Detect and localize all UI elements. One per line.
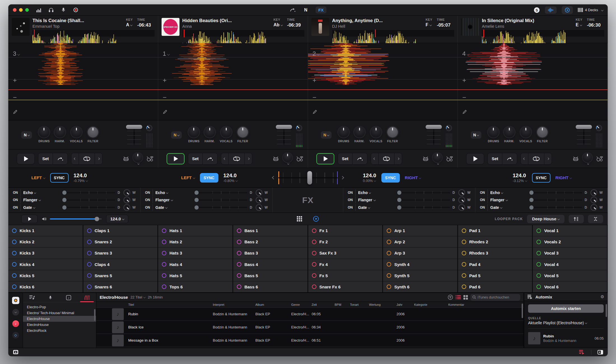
redo-icon[interactable] [290,8,296,13]
looper-cell[interactable]: Hats 3 [158,248,233,258]
looper-cell[interactable]: Bass 1 [233,225,308,236]
fx-selector[interactable]: Gate [358,205,394,210]
dry-wet-knob[interactable] [124,197,130,203]
fx-amount-slider[interactable] [529,190,582,195]
loop-button[interactable]: 4 [229,153,245,164]
neural-mix-knob-vocals[interactable]: VOCALS [70,127,83,143]
waveform-view-icon[interactable] [545,6,557,14]
looper-cell[interactable]: Sax Fx 3 [308,248,383,258]
looper-cell[interactable]: Rhodes 2 [458,236,533,247]
panel-toggle-icon[interactable] [598,350,603,354]
looper-cell[interactable]: Pad 6 [458,281,533,292]
fx-selector[interactable]: Flanger [358,198,394,202]
looper-volume-slider[interactable] [50,217,102,221]
looper-pack-selector[interactable]: Deep House [527,215,564,223]
gain-knob[interactable] [146,124,153,132]
looper-cell[interactable]: Synth 5 [383,270,458,281]
time-display[interactable]: TIME-06:39 [287,18,304,29]
looper-cell[interactable]: Bass 6 [233,281,308,292]
cue-jump-button[interactable] [353,153,367,164]
playlist-item[interactable]: ElectroRock [23,328,96,333]
sidebar-scrollbar[interactable] [94,309,95,321]
looper-cell[interactable]: Vocal 1 [533,225,608,236]
neural-mix-button[interactable]: N [471,131,481,139]
column-header[interactable]: Kommentar [448,303,521,306]
key-display[interactable]: KEYAb [274,18,283,29]
looper-cell[interactable]: Hats 2 [158,236,233,247]
fx-on-button[interactable]: ON [143,204,153,211]
crossfader[interactable] [272,171,344,185]
neural-mix-crossfade-knob[interactable] [283,153,292,164]
fx-amount-slider[interactable] [396,197,450,202]
deck-waveform[interactable]: 3 + − [8,43,158,120]
loop-button[interactable]: 4 [79,153,95,164]
deck-number[interactable]: 1 [163,50,169,57]
bpm-display[interactable]: 124.0-0.80% [223,172,238,183]
looper-levels-button[interactable] [569,215,584,223]
zoom-out-icon[interactable]: − [13,94,17,101]
key-display[interactable]: KEYE [576,18,582,29]
deck-output-selector[interactable]: LEFT [31,175,45,180]
fx-selector[interactable]: Echo [358,190,394,195]
apple-music-icon[interactable]: ♪ [12,320,19,327]
deck-waveform[interactable]: 2 + − [308,43,458,120]
deck-layout-selector[interactable]: 4 Decks [578,8,603,12]
fx-amount-slider[interactable] [396,205,450,210]
fx-on-button[interactable]: ON [346,204,356,211]
volume-fader[interactable] [275,124,293,146]
looper-cell[interactable]: Snares 5 [83,270,158,281]
minimize-button[interactable] [19,8,23,12]
looper-cell[interactable]: Tops 6 [158,281,233,292]
cue-set-button[interactable]: Set [338,153,353,164]
dry-wet-knob[interactable] [124,190,130,195]
column-header[interactable]: Zeit [312,303,335,306]
neural-mix-knob-filter[interactable]: FILTER [537,127,548,143]
playlist-count[interactable]: 22 Titel [130,295,145,299]
zoom-button[interactable] [25,8,29,12]
cue-jump-button[interactable] [502,153,517,164]
edit-beatgrid-icon[interactable] [312,109,317,114]
zoom-in-icon[interactable]: + [163,77,167,84]
sync-button[interactable]: SYNC [200,173,218,183]
headphones-icon[interactable] [48,7,54,13]
looper-cell[interactable]: Vocal 4 [533,259,608,270]
collapse-looper-button[interactable] [588,215,603,223]
looper-cell[interactable]: Hats 4 [158,259,233,270]
fx-amount-slider[interactable] [396,190,450,195]
loop-double-button[interactable] [245,153,252,164]
looper-cell[interactable]: Fx 2 [308,236,383,247]
collapse-chevron-icon[interactable] [12,309,19,316]
fx-on-button[interactable]: ON [478,189,488,196]
volume-fader[interactable] [425,124,442,146]
deck-number[interactable]: 2 [312,50,319,57]
record-icon[interactable] [73,7,78,13]
zoom-in-icon[interactable]: + [462,77,466,84]
sync-button[interactable]: SYNC [532,173,550,183]
fx-on-button[interactable]: ON [478,197,488,203]
automix-source-selector[interactable]: Aktuelle Playlist (Electro/House) [528,321,604,325]
column-header[interactable]: Genre [291,303,312,306]
playlist-item[interactable]: Electro/ Tech-House/ Minimal [23,310,96,316]
track-row[interactable]: ♪ Black IceBodzin & HuntemannBlack EPEle… [96,321,524,334]
loop-double-button[interactable] [395,153,402,164]
looper-cell[interactable]: Fx 4 [308,259,383,270]
play-button[interactable] [17,153,35,164]
looper-cell[interactable]: Synth 4 [383,259,458,270]
neural-mix-knob-filter[interactable]: FILTER [237,127,248,143]
looper-cell[interactable]: Bass 2 [233,236,308,247]
volume-fader[interactable] [575,124,592,146]
play-button[interactable] [466,153,484,164]
track-overview-waveform[interactable] [32,30,155,37]
play-button[interactable] [316,153,334,164]
looper-cell[interactable]: Snares 2 [83,236,158,247]
music-app-tab-icon[interactable]: ♪ [60,293,78,302]
neural-mix-crossfade-knob[interactable] [133,153,142,164]
crossfade-right-arrow[interactable] [340,176,344,179]
fx-selector[interactable]: Gate [23,205,59,210]
column-header[interactable]: Kategorie [414,303,448,306]
loop-halve-button[interactable] [521,153,528,164]
cue-set-button[interactable]: Set [38,153,53,164]
neural-mix-crossfade-knob[interactable] [433,153,442,164]
column-header[interactable]: BPM [335,303,350,306]
looper-cell[interactable]: Kicks 1 [8,225,83,236]
